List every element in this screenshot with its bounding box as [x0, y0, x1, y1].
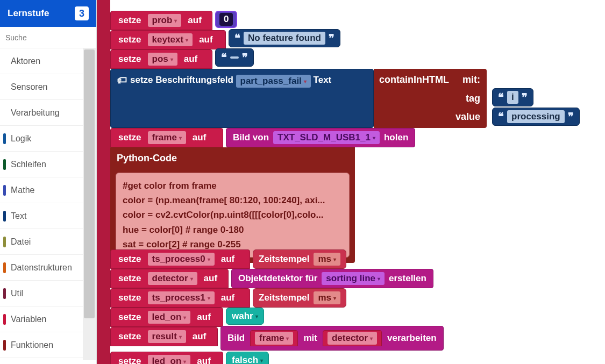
block-set-labelfield[interactable]: 🏷 setze Beschriftungsfeld part_pass_fail… [110, 69, 374, 128]
block-timestamp[interactable]: Zeitstempel ms▾ [253, 249, 346, 269]
var-led-dropdown[interactable]: led_on▾ [148, 311, 191, 324]
number-value[interactable]: 0 [219, 13, 233, 26]
block-set-led-on[interactable]: setze led_on▾ auf [110, 308, 223, 327]
var-led-dropdown[interactable]: led_on▾ [148, 355, 191, 364]
python-line: color = cv2.cvtColor(np.uint8([[[color[0… [123, 208, 343, 222]
text-literal-value[interactable]: ❝ processing ❞ [492, 108, 580, 126]
cat-machine-learning[interactable]: Machine Learning [0, 358, 96, 364]
chevron-down-icon: ▾ [286, 336, 289, 341]
bool-value: wahr [232, 311, 253, 322]
text-literal-block[interactable]: ❝ No feature found ❞ [229, 29, 340, 47]
search-row: 🔍 [0, 27, 96, 48]
block-get-image[interactable]: Bild von TXT_SLD_M_USB1_1▾ holen [226, 128, 415, 147]
var-result-dropdown[interactable]: result▾ [148, 330, 186, 343]
cat-schleifen[interactable]: Schleifen [0, 152, 96, 177]
var-pos-dropdown[interactable]: pos▾ [148, 53, 177, 66]
cat-datenstrukturen[interactable]: Datenstrukturen [0, 255, 96, 281]
unit-dropdown[interactable]: ms▾ [314, 253, 340, 266]
quote-open-icon: ❝ [498, 91, 504, 104]
text-value[interactable]: No feature found [244, 32, 325, 45]
block-bool-true[interactable]: wahr▾ [226, 308, 264, 325]
block-set-ts1[interactable]: setze ts_process1▾ auf [110, 288, 250, 308]
kw-zeitstempel: Zeitstempel [259, 254, 309, 265]
chevron-down-icon: ▾ [304, 78, 307, 84]
text-literal-tag[interactable]: ❝ i ❞ [492, 88, 533, 106]
kw-bild: Bild [227, 333, 245, 344]
kw-auf: auf [186, 15, 204, 26]
cat-datei[interactable]: Datei [0, 229, 96, 255]
quote-open-icon: ❝ [234, 32, 240, 45]
chevron-down-icon: ▾ [378, 276, 380, 282]
cat-label: Aktoren [11, 56, 40, 66]
python-line: #get color from frame [123, 179, 343, 193]
number-literal-block[interactable]: 0 [215, 11, 237, 28]
workspace[interactable]: setze prob▾ auf 0 setze keytext▾ auf ❝ N… [97, 0, 605, 364]
var-ts1-dropdown[interactable]: ts_process1▾ [148, 291, 215, 304]
block-set-frame[interactable]: setze frame▾ auf [110, 128, 223, 147]
kw-setze: setze [116, 15, 144, 26]
cat-logik[interactable]: Logik [0, 126, 96, 152]
cat-text[interactable]: Text [0, 203, 96, 229]
var-detector-dropdown[interactable]: detector▾ [328, 332, 377, 345]
block-timestamp[interactable]: Zeitstempel ms▾ [253, 288, 346, 308]
blocks-canvas[interactable]: setze prob▾ auf 0 setze keytext▾ auf ❝ N… [110, 0, 605, 364]
var-frame-dropdown[interactable]: frame▾ [255, 332, 293, 345]
kw-zeitstempel: Zeitstempel [259, 292, 309, 303]
sidebar-header[interactable]: Lernstufe 3 [0, 0, 96, 27]
block-set-result[interactable]: setze result▾ auf [110, 327, 218, 346]
kw-objdet: Objektdetektor für [238, 273, 317, 284]
chevron-down-icon: ▾ [183, 359, 186, 365]
inline-detector-ref[interactable]: detector▾ [323, 330, 382, 346]
inline-frame-ref[interactable]: frame▾ [250, 330, 298, 346]
cat-label: Schleifen [11, 160, 46, 169]
cat-label: Mathe [11, 185, 34, 195]
unit-dropdown[interactable]: ms▾ [314, 291, 340, 304]
cat-aktoren[interactable]: Aktoren ▾ [0, 48, 96, 74]
cat-mathe[interactable]: Mathe [0, 177, 96, 203]
chevron-down-icon: ▾ [170, 56, 173, 62]
text-value[interactable]: i [507, 91, 518, 104]
python-body[interactable]: #get color from frame color = (np.mean(f… [116, 173, 350, 258]
block-python-code[interactable]: Python-Code #get color from frame color … [110, 147, 355, 263]
var-prob-dropdown[interactable]: prob▾ [148, 14, 182, 27]
sidebar-scrollbar[interactable] [83, 48, 96, 360]
labelfield-dropdown[interactable]: part_pass_fail▾ [236, 75, 311, 88]
kw-bild-von: Bild von [233, 132, 269, 143]
block-set-pos[interactable]: setze pos▾ auf [110, 49, 212, 69]
kw-holen: holen [384, 132, 408, 143]
cat-funktionen[interactable]: Funktionen [0, 332, 96, 358]
chevron-down-icon: ▾ [186, 37, 188, 43]
var-keytext-dropdown[interactable]: keytext▾ [148, 33, 193, 46]
block-contain-html[interactable]: containInHTML mit: tag value [374, 69, 487, 128]
block-create-detector[interactable]: Objektdetektor für sorting line▾ erstell… [231, 269, 433, 288]
cat-util[interactable]: Util [0, 281, 96, 306]
cat-sensoren[interactable]: Sensoren ▾ [0, 74, 96, 100]
var-frame-dropdown[interactable]: frame▾ [148, 131, 186, 144]
chevron-down-icon: ▾ [370, 336, 373, 341]
camera-dropdown[interactable]: TXT_SLD_M_USB1_1▾ [273, 131, 380, 144]
var-ts0-dropdown[interactable]: ts_process0▾ [148, 253, 215, 266]
cat-variablen[interactable]: Variablen [0, 306, 96, 332]
text-value[interactable] [230, 56, 239, 59]
var-detector-dropdown[interactable]: detector▾ [148, 272, 197, 285]
block-set-detector[interactable]: setze detector▾ auf [110, 269, 229, 288]
text-value[interactable]: processing [507, 110, 565, 123]
sidebar-title: Lernstufe [8, 8, 49, 19]
block-set-keytext[interactable]: setze keytext▾ auf [110, 30, 226, 49]
block-set-prob[interactable]: setze prob▾ auf [110, 11, 212, 30]
sidebar: Lernstufe 3 🔍 Aktoren ▾ Sensoren ▾ Verar… [0, 0, 97, 364]
model-dropdown[interactable]: sorting line▾ [322, 272, 385, 285]
level-badge[interactable]: 3 [75, 6, 89, 20]
chevron-down-icon: ▾ [333, 295, 336, 301]
text-literal-block[interactable]: ❝ ❞ [215, 48, 254, 67]
block-bool-false[interactable]: falsch▾ [226, 352, 269, 364]
search-input[interactable] [5, 33, 99, 42]
scrollbar-thumb[interactable] [84, 49, 95, 318]
kw-containinhtml: containInHTML [379, 74, 449, 85]
block-gutter [97, 0, 110, 364]
cat-verarbeitung[interactable]: Verarbeitung ▴ [0, 100, 96, 126]
block-set-led-off[interactable]: setze led_on▾ auf [110, 352, 223, 364]
block-set-ts0[interactable]: setze ts_process0▾ auf [110, 249, 250, 269]
block-process-image[interactable]: Bild frame▾ mit detector▾ verarbeiten [220, 326, 444, 351]
quote-open-icon: ❝ [498, 110, 504, 123]
